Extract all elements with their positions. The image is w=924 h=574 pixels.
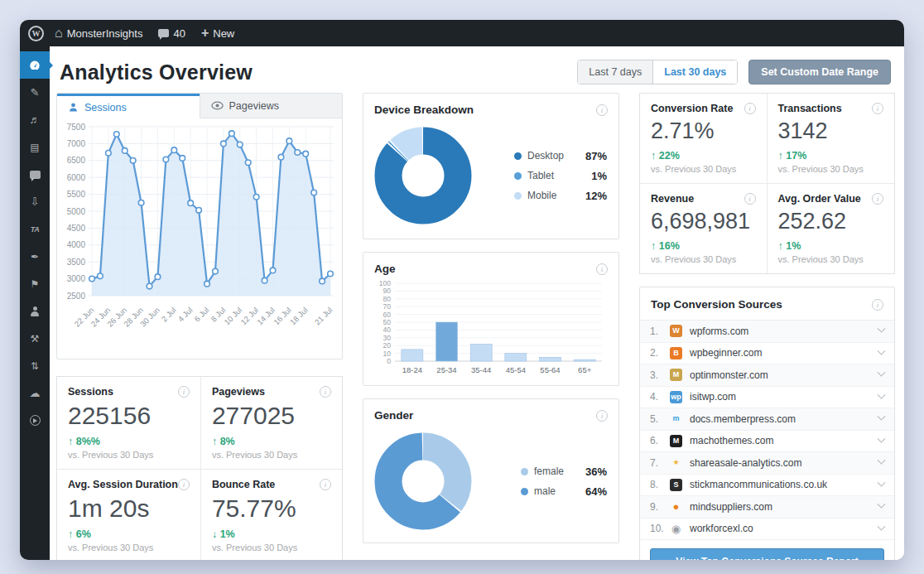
svg-text:70: 70 [383,302,392,311]
sidebar-item-insights-cloud[interactable]: ☁ [20,379,50,407]
source-row-machothemes.com[interactable]: 6.Mmachothemes.com [640,431,894,453]
info-icon[interactable]: i [178,479,190,490]
legend-percentage: 64% [570,485,607,498]
info-icon[interactable]: i [872,193,883,205]
favicon-icon: ● [670,500,682,513]
chevron-down-icon[interactable] [878,412,886,421]
kpi-comparison-note: vs. Previous 30 Days [212,450,331,460]
source-row-isitwp.com[interactable]: 4.wpisitwp.com [640,387,894,409]
source-row-mindsuppliers.com[interactable]: 9.●mindsuppliers.com [640,496,894,519]
sidebar-item-tools[interactable]: ⚒ [20,325,50,352]
source-rank: 9. [650,501,670,513]
gender-donut-chart[interactable] [372,430,474,533]
sidebar-item-media[interactable]: ♬ [20,106,50,133]
sidebar-item-ta-plugin[interactable]: TA [20,215,50,243]
kpi-title: Avg. Order Value [778,193,861,205]
source-rank: 2. [650,347,670,359]
sidebar-item-pages[interactable]: ▤ [20,133,50,161]
arrow-up-icon: ↑ [651,150,656,162]
source-row-wpforms.com[interactable]: 1.Wwpforms.com [640,321,894,343]
source-row-stickmancommunications.co.uk[interactable]: 8.Sstickmancommunications.co.uk [640,475,894,497]
info-icon[interactable]: i [744,193,756,205]
source-row-docs.memberpress.com[interactable]: 5.mdocs.memberpress.com [640,408,894,431]
comments-icon [30,171,41,179]
new-label: New [213,27,234,40]
info-icon[interactable]: i [872,299,883,311]
gender-legend: female36%male64% [521,465,607,498]
chevron-down-icon[interactable] [878,390,886,398]
svg-text:5000: 5000 [67,207,86,216]
sidebar-item-video[interactable] [20,407,50,434]
sidebar-item-plugins[interactable]: ⚑ [20,270,50,297]
legend-label: Desktop [527,150,564,162]
sidebar-item-comments[interactable] [20,161,50,188]
info-icon[interactable]: i [320,479,331,490]
source-domain: docs.memberpress.com [690,413,796,425]
info-icon[interactable]: i [596,263,608,275]
kpi-title: Avg. Session Duration [68,479,178,490]
source-row-wpbeginner.com[interactable]: 2.Bwpbeginner.com [640,343,894,365]
video-icon [30,415,41,426]
source-row-shareasale-analytics.com[interactable]: 7.★shareasale-analytics.com [640,452,894,475]
info-icon[interactable]: i [596,104,608,116]
gender-card: Gender i female36%male64% [363,398,619,543]
new-content-menu[interactable]: + New [196,20,239,46]
chevron-down-icon[interactable] [878,346,886,355]
page-title: Analytics Overview [60,60,253,84]
device-donut-chart[interactable] [372,124,474,227]
source-row-workforcexl.co[interactable]: 10.◉workforcexl.co [640,519,894,541]
chevron-down-icon[interactable] [878,325,886,333]
site-menu[interactable]: ⌂ MonsterInsights [50,20,147,46]
source-row-optinmonster.com[interactable]: 3.Moptinmonster.com [640,364,894,387]
chevron-down-icon[interactable] [878,522,886,530]
chevron-down-icon[interactable] [878,478,886,486]
device-legend: Desktop87%Tablet1%Mobile12% [514,150,607,202]
svg-text:21 Jul: 21 Jul [313,306,334,327]
svg-text:12 Jul: 12 Jul [238,306,260,327]
gender-title: Gender [374,409,413,422]
kpi-comparison-note: vs. Previous 30 Days [651,164,756,174]
view-top-conversions-report-button[interactable]: View Top Conversions Sources Report [650,548,884,560]
sidebar-item-updates[interactable]: ⇅ [20,352,50,379]
legend-label: female [534,465,564,477]
svg-text:25-34: 25-34 [436,365,456,374]
last-7-days-button[interactable]: Last 7 days [578,60,653,84]
comments-menu[interactable]: 40 [153,20,190,46]
sidebar-item-users[interactable] [20,297,50,325]
chevron-down-icon[interactable] [878,456,886,465]
kpi-value: 75.77% [212,494,331,523]
svg-text:10: 10 [383,350,392,358]
legend-item-mobile: Mobile [514,190,564,201]
info-icon[interactable]: i [596,410,608,422]
info-icon[interactable]: i [320,386,331,398]
sessions-line-chart[interactable]: 2500300035004000450050005500600065007000… [57,118,339,355]
sidebar-item-appearance[interactable]: ✒ [20,243,50,270]
sidebar-item-dashboard[interactable] [20,51,50,79]
arrow-up-icon: ↑ [778,240,783,252]
main-content: Analytics Overview Last 7 days Last 30 d… [50,46,904,560]
age-bar-chart[interactable]: 010203040506070809010018-2425-3435-4445-… [372,278,607,378]
svg-text:80: 80 [383,295,392,303]
set-custom-date-range-button[interactable]: Set Custom Date Range [748,60,891,84]
legend-label: Tablet [527,170,554,181]
chevron-down-icon[interactable] [878,369,886,377]
tab-sessions[interactable]: Sessions [57,94,200,118]
wordpress-logo-icon[interactable]: W [28,26,44,41]
info-icon[interactable]: i [744,103,756,114]
svg-text:5500: 5500 [67,190,86,199]
users-icon [30,306,40,316]
arrow-up-icon: ↑ [651,240,656,252]
info-icon[interactable]: i [178,386,190,398]
kpi-card-revenue: Revenuei6,698,981↑ 16%vs. Previous 30 Da… [640,184,768,273]
chevron-down-icon[interactable] [878,434,886,442]
info-icon[interactable]: i [872,103,883,114]
kpi-card-bounce-rate: Bounce Ratei75.77%↓ 1%vs. Previous 30 Da… [201,470,342,560]
tab-pageviews[interactable]: Pageviews [200,94,343,118]
last-30-days-button[interactable]: Last 30 days [653,60,737,84]
kpi-title: Transactions [778,103,842,114]
sidebar-item-posts-pin[interactable]: ✎ [20,79,50,106]
sidebar-item-downloads[interactable]: ⇩ [20,188,50,215]
source-rank: 5. [650,413,670,425]
media-icon: ♬ [30,113,41,126]
chevron-down-icon[interactable] [878,500,886,509]
